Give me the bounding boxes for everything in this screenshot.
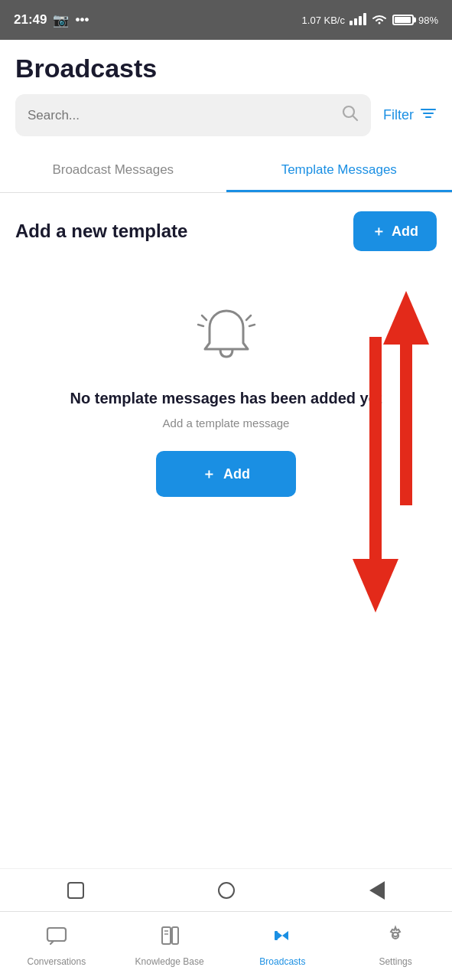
svg-rect-3 bbox=[363, 13, 366, 25]
svg-rect-0 bbox=[350, 21, 353, 25]
battery-percent: 98% bbox=[418, 15, 438, 26]
page-header: Broadcasts bbox=[0, 40, 452, 94]
section-header: Add a new template ＋ Add bbox=[15, 211, 437, 251]
nav-knowledge-base[interactable]: Knowledge Base bbox=[113, 912, 226, 980]
nav-broadcasts-label: Broadcasts bbox=[259, 956, 305, 967]
add-top-label: Add bbox=[392, 224, 418, 240]
svg-rect-19 bbox=[172, 927, 178, 944]
section-title: Add a new template bbox=[15, 220, 187, 242]
svg-line-11 bbox=[246, 315, 251, 320]
empty-subtitle: Add a template message bbox=[163, 416, 290, 430]
svg-rect-1 bbox=[354, 18, 357, 25]
svg-rect-18 bbox=[162, 927, 171, 944]
status-time-group: 21:49 📷 ••• bbox=[14, 12, 89, 28]
add-template-button-center[interactable]: ＋ Add bbox=[156, 451, 296, 497]
status-right-group: 1.07 KB/c 98% bbox=[302, 13, 438, 28]
conversations-icon bbox=[46, 925, 67, 952]
filter-icon bbox=[420, 106, 437, 124]
search-box[interactable] bbox=[15, 94, 371, 136]
svg-line-9 bbox=[202, 315, 206, 320]
camera-icon: 📷 bbox=[53, 12, 69, 28]
empty-state: No template messages has been added yet … bbox=[15, 274, 437, 528]
nav-knowledge-label: Knowledge Base bbox=[135, 956, 204, 967]
search-icon bbox=[342, 105, 359, 126]
add-top-icon: ＋ bbox=[372, 222, 385, 240]
search-input[interactable] bbox=[28, 108, 334, 123]
svg-line-12 bbox=[249, 325, 255, 326]
add-center-label: Add bbox=[223, 466, 250, 482]
nav-conversations-label: Conversations bbox=[28, 956, 86, 967]
wifi-icon bbox=[371, 13, 388, 28]
recent-apps-icon bbox=[67, 882, 84, 899]
svg-line-10 bbox=[198, 325, 203, 326]
back-button[interactable] bbox=[363, 877, 391, 904]
main-content: Add a new template ＋ Add No template mes… bbox=[0, 193, 452, 546]
bell-icon bbox=[196, 305, 257, 369]
tab-template-messages[interactable]: Template Messages bbox=[226, 150, 453, 192]
status-bar: 21:49 📷 ••• 1.07 KB/c 98% bbox=[0, 0, 452, 40]
empty-title: No template messages has been added yet bbox=[70, 387, 382, 409]
broadcasts-icon bbox=[272, 925, 293, 952]
svg-marker-16 bbox=[353, 559, 398, 612]
add-template-button-top[interactable]: ＋ Add bbox=[353, 211, 437, 251]
status-time: 21:49 bbox=[14, 12, 47, 28]
add-center-icon: ＋ bbox=[202, 465, 216, 483]
knowledge-base-icon bbox=[159, 925, 180, 952]
settings-icon bbox=[385, 925, 406, 952]
page-title: Broadcasts bbox=[15, 54, 437, 83]
svg-rect-17 bbox=[47, 928, 66, 941]
nav-settings-label: Settings bbox=[379, 956, 411, 967]
tabs-container: Broadcast Messages Template Messages bbox=[0, 150, 452, 193]
home-icon bbox=[218, 882, 235, 899]
nav-broadcasts[interactable]: Broadcasts bbox=[226, 912, 340, 980]
bottom-nav: Conversations Knowledge Base Broadcasts bbox=[0, 911, 452, 980]
system-nav bbox=[0, 868, 452, 911]
nav-conversations[interactable]: Conversations bbox=[0, 912, 113, 980]
filter-label: Filter bbox=[383, 107, 414, 123]
battery-icon bbox=[392, 15, 414, 25]
search-container: Filter bbox=[0, 94, 452, 150]
svg-line-5 bbox=[353, 116, 357, 120]
nav-settings[interactable]: Settings bbox=[339, 912, 452, 980]
back-icon bbox=[369, 881, 385, 900]
svg-rect-2 bbox=[359, 16, 362, 25]
home-button[interactable] bbox=[213, 877, 240, 904]
tab-broadcast-messages[interactable]: Broadcast Messages bbox=[0, 150, 226, 192]
filter-button[interactable]: Filter bbox=[383, 106, 437, 124]
network-speed: 1.07 KB/c bbox=[302, 15, 345, 26]
svg-rect-22 bbox=[275, 931, 278, 940]
recent-apps-button[interactable] bbox=[62, 877, 89, 904]
signal-icon bbox=[350, 13, 366, 28]
status-dots: ••• bbox=[75, 12, 89, 28]
